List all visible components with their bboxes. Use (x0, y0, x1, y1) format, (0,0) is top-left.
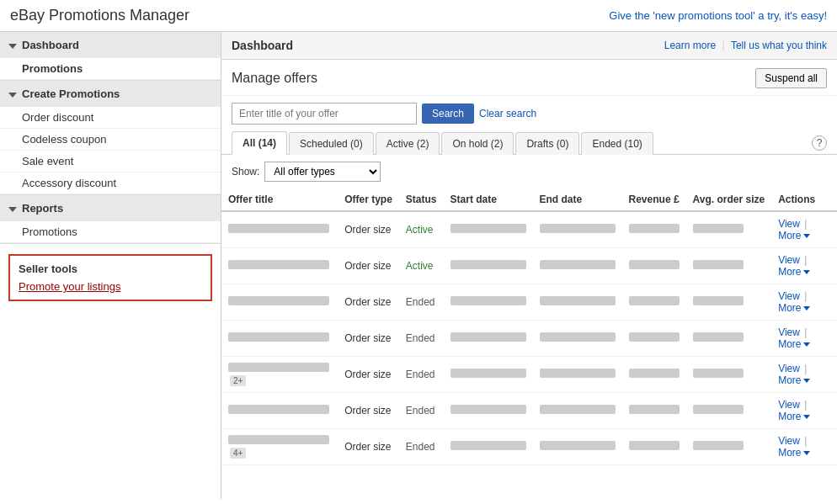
view-link[interactable]: View (778, 290, 800, 302)
revenue-cell: --- (622, 248, 686, 284)
actions-cell: View | More (771, 248, 837, 284)
offer-title-cell: XXXXXXXXXXXXX (221, 321, 338, 357)
table-row: XXXXXXXXXXXXXOrder sizeEnded07 Apr30 Sep… (221, 393, 837, 429)
start-date-cell: 07 Apr (444, 393, 533, 429)
sidebar-item-sale-event[interactable]: Sale event (0, 151, 221, 172)
arrow-icon (8, 93, 17, 98)
view-link[interactable]: View (778, 254, 800, 266)
more-button[interactable]: More (778, 266, 809, 278)
sidebar-item-order-discount[interactable]: Order discount (0, 107, 221, 129)
actions-cell: View | More (771, 357, 837, 393)
tab-all[interactable]: All (14) (232, 131, 287, 155)
offer-type-cell: Order size (338, 248, 399, 284)
table-row: XXXXXXXXXXXXX2+Order sizeEnded03 Apr30 S… (221, 357, 837, 393)
tab-active[interactable]: Active (2) (376, 132, 440, 155)
learn-more-link[interactable]: Learn more (664, 40, 716, 51)
actions-cell: View | More (771, 429, 837, 465)
sidebar-item-promotions[interactable]: Promotions (0, 58, 221, 80)
col-header-revenue: Revenue £ (622, 188, 686, 211)
search-bar: Search Clear search (221, 96, 837, 131)
search-button[interactable]: Search (422, 103, 474, 124)
more-button[interactable]: More (778, 411, 809, 422)
table-row: XXXXXXXXXXXXXOrder sizeEnded02 Nov 1731 … (221, 284, 837, 321)
sidebar-item-accessory-discount[interactable]: Accessory discount (0, 172, 221, 194)
tab-on-hold[interactable]: On hold (2) (441, 132, 514, 155)
dropdown-arrow-icon (803, 342, 810, 347)
dashboard-links: Learn more | Tell us what you think (664, 40, 827, 51)
status-cell: Ended (399, 357, 444, 393)
more-button[interactable]: More (778, 374, 809, 386)
col-header-offer-type: Offer type (338, 188, 399, 211)
sidebar-section-header-create[interactable]: Create Promotions (0, 81, 221, 107)
end-date-cell: 30 Sep (533, 357, 622, 393)
suspend-all-button[interactable]: Suspend all (755, 68, 827, 88)
tab-drafts[interactable]: Drafts (0) (515, 132, 579, 155)
app-header: eBay Promotions Manager Give the 'new pr… (0, 0, 837, 32)
sidebar-section-header-dashboard[interactable]: Dashboard (0, 32, 221, 58)
promote-listings-link[interactable]: Promote your listings (19, 280, 120, 293)
sidebar-item-codeless-coupon[interactable]: Codeless coupon (0, 129, 221, 151)
seller-tools-box: Seller tools Promote your listings (8, 254, 212, 301)
start-date-cell: 02 Nov 17 (444, 284, 533, 321)
avg-order-cell: --- (686, 393, 772, 429)
offer-title-cell: XXXXXXXXXXXXX2+ (221, 357, 338, 393)
search-input[interactable] (232, 103, 417, 125)
table-row: XXXXXXXXXXXXXOrder sizeActive0 Jan, 0173… (221, 248, 837, 284)
actions-cell: View | More (771, 284, 837, 321)
col-header-end-date: End date (533, 188, 622, 211)
sidebar-section-header-reports[interactable]: Reports (0, 195, 221, 221)
more-button[interactable]: More (778, 447, 809, 459)
start-date-cell: 01 Jan, 2017 (444, 211, 533, 248)
dropdown-arrow-icon (803, 415, 810, 419)
manage-offers-title: Manage offers (232, 71, 317, 86)
more-button[interactable]: More (778, 302, 809, 314)
status-cell: Ended (399, 284, 444, 321)
col-header-start-date: Start date (444, 188, 533, 211)
main-layout: Dashboard Promotions Create Promotions O… (0, 32, 837, 499)
tabs-bar: All (14) Scheduled (0) Active (2) On hol… (221, 131, 837, 155)
tab-ended[interactable]: Ended (10) (581, 132, 653, 155)
offer-title-cell: XXXXXXXXXXXXX (221, 211, 338, 248)
view-link[interactable]: View (778, 218, 800, 230)
end-date-cell: 30 Sep (533, 393, 622, 429)
sidebar-item-promotions-report[interactable]: Promotions (0, 221, 221, 243)
table-row: XXXXXXXXXXXXXOrder sizeActive01 Jan, 201… (221, 211, 837, 248)
status-cell: Active (399, 248, 444, 284)
offer-type-cell: Order size (338, 284, 399, 321)
table-row: XXXXXXXXXXXXXOrder sizeEnded02 Mar 1731 … (221, 321, 837, 357)
dropdown-arrow-icon (803, 379, 810, 383)
col-header-offer-title: Offer title (221, 188, 338, 211)
end-date-cell: 31 Dec 2017 (533, 429, 622, 465)
avg-order-cell: --- (686, 357, 772, 393)
end-date-cell: 30 Jun (533, 248, 622, 284)
offer-type-select[interactable]: All offer types Order discount Codeless … (264, 162, 381, 182)
show-filter: Show: All offer types Order discount Cod… (221, 155, 837, 188)
clear-search-link[interactable]: Clear search (479, 108, 536, 119)
dropdown-arrow-icon (803, 234, 810, 238)
actions-cell: View | More (771, 321, 837, 357)
offer-title-cell: XXXXXXXXXXXXX4+ (221, 429, 338, 465)
help-icon[interactable]: ? (812, 135, 827, 151)
offers-table: Offer title Offer type Status Start date… (221, 188, 837, 465)
actions-cell: View | More (771, 393, 837, 429)
tab-scheduled[interactable]: Scheduled (0) (289, 132, 374, 155)
status-cell: Ended (399, 393, 444, 429)
offer-type-cell: Order size (338, 429, 399, 465)
revenue-cell: --- (622, 321, 686, 357)
more-button[interactable]: More (778, 230, 809, 241)
start-date-cell: 03 Apr (444, 357, 533, 393)
view-link[interactable]: View (778, 435, 800, 447)
view-link[interactable]: View (778, 399, 800, 411)
offer-title-cell: XXXXXXXXXXXXX (221, 248, 338, 284)
view-link[interactable]: View (778, 326, 800, 338)
promo-tool-link[interactable]: Give the 'new promotions tool' a try, it… (609, 9, 827, 22)
tell-us-link[interactable]: Tell us what you think (731, 40, 827, 51)
dashboard-header: Dashboard Learn more | Tell us what you … (221, 32, 837, 60)
actions-cell: View | More (771, 211, 837, 248)
view-link[interactable]: View (778, 363, 800, 374)
more-button[interactable]: More (778, 338, 809, 350)
avg-order-cell: --- (686, 211, 772, 248)
show-label: Show: (232, 166, 259, 178)
start-date-cell: 02 Mar, 20 (444, 429, 533, 465)
revenue-cell: --- (622, 393, 686, 429)
